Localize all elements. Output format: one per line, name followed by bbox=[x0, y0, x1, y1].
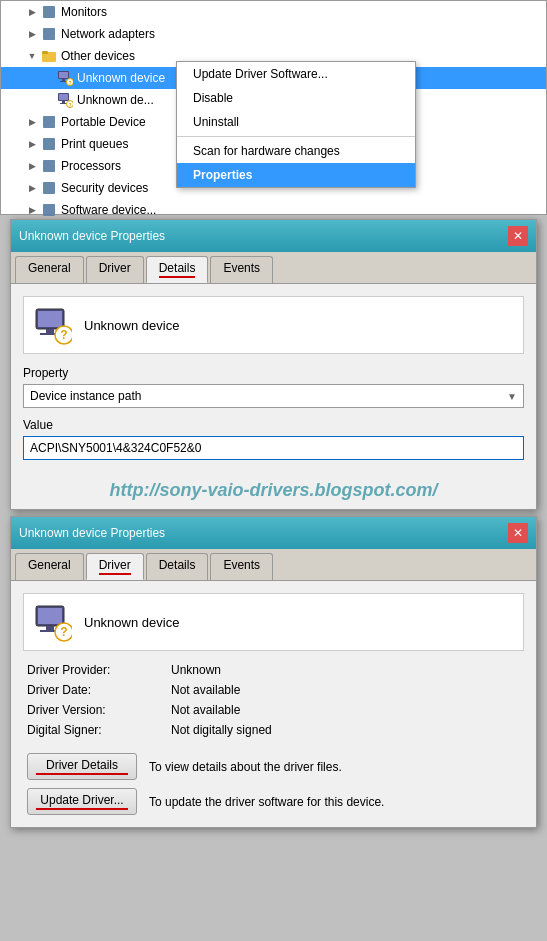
dialog2-titlebar: Unknown device Properties ✕ bbox=[11, 517, 536, 549]
tab-events[interactable]: Events bbox=[210, 256, 273, 283]
driver-details-button[interactable]: Driver Details bbox=[27, 753, 137, 780]
dialog2-title: Unknown device Properties bbox=[19, 526, 165, 540]
svg-rect-29 bbox=[46, 626, 54, 630]
expand-icon bbox=[41, 71, 55, 85]
driver-buttons: Driver DetailsTo view details about the … bbox=[23, 753, 524, 815]
tab-active-indicator bbox=[99, 573, 131, 575]
svg-rect-7 bbox=[60, 81, 67, 82]
svg-rect-22 bbox=[38, 311, 62, 327]
dialog-driver: Unknown device Properties ✕ GeneralDrive… bbox=[10, 516, 537, 828]
svg-rect-1 bbox=[43, 28, 55, 40]
dialog-titlebar: Unknown device Properties ✕ bbox=[11, 220, 536, 252]
button-label: Driver Details bbox=[46, 758, 118, 772]
driver-info-label: Digital Signer: bbox=[27, 723, 167, 737]
driver-info-value: Not available bbox=[171, 703, 520, 717]
tab-label: General bbox=[28, 558, 71, 572]
tree-item-label: Processors bbox=[61, 159, 121, 173]
driver-info-value: Not digitally signed bbox=[171, 723, 520, 737]
svg-rect-0 bbox=[43, 6, 55, 18]
tab-general[interactable]: General bbox=[15, 256, 84, 283]
tree-item-label: Monitors bbox=[61, 5, 107, 19]
menu-item-update-driver[interactable]: Update Driver Software... bbox=[177, 62, 415, 86]
driver-info-label: Driver Version: bbox=[27, 703, 167, 717]
processor-icon bbox=[41, 158, 57, 174]
watermark: http://sony-vaio-drivers.blogspot.com/ bbox=[11, 472, 536, 509]
svg-rect-18 bbox=[43, 160, 55, 172]
expand-icon: ▶ bbox=[25, 137, 39, 151]
menu-item-scan[interactable]: Scan for hardware changes bbox=[177, 139, 415, 163]
svg-text:?: ? bbox=[68, 80, 71, 86]
driver-button-row: Update Driver...To update the driver sof… bbox=[27, 788, 520, 815]
tab-details[interactable]: Details bbox=[146, 256, 209, 283]
svg-rect-13 bbox=[60, 103, 67, 104]
close-icon: ✕ bbox=[513, 229, 523, 243]
close-icon: ✕ bbox=[513, 526, 523, 540]
svg-rect-28 bbox=[38, 608, 62, 624]
device-name: Unknown device bbox=[84, 318, 179, 333]
tab-label: Details bbox=[159, 261, 196, 275]
driver-button-row: Driver DetailsTo view details about the … bbox=[27, 753, 520, 780]
tab-label: Details bbox=[159, 558, 196, 572]
button-description: To view details about the driver files. bbox=[149, 760, 342, 774]
dialog2-content: ? Unknown device Driver Provider:Unknown… bbox=[11, 581, 536, 827]
button-description: To update the driver software for this d… bbox=[149, 795, 384, 809]
svg-rect-12 bbox=[62, 101, 65, 103]
button-underline bbox=[36, 808, 128, 810]
svg-rect-3 bbox=[42, 51, 48, 54]
dialog2-close-button[interactable]: ✕ bbox=[508, 523, 528, 543]
portable-icon bbox=[41, 114, 57, 130]
property-label: Property bbox=[23, 366, 524, 380]
expand-icon: ▶ bbox=[25, 115, 39, 129]
tab-events[interactable]: Events bbox=[210, 553, 273, 580]
tree-item-network-adapters[interactable]: ▶ Network adapters bbox=[1, 23, 546, 45]
menu-item-properties[interactable]: Properties bbox=[177, 163, 415, 187]
tab-driver[interactable]: Driver bbox=[86, 553, 144, 580]
button-label: Update Driver... bbox=[40, 793, 123, 807]
dialog2-tabs: GeneralDriverDetailsEvents bbox=[11, 549, 536, 581]
svg-rect-17 bbox=[43, 138, 55, 150]
tree-item-monitors[interactable]: ▶ Monitors bbox=[1, 1, 546, 23]
tree-item-label: Portable Device bbox=[61, 115, 146, 129]
tab-label: Events bbox=[223, 558, 260, 572]
context-menu: Update Driver Software...DisableUninstal… bbox=[176, 61, 416, 188]
tree-item-label: Security devices bbox=[61, 181, 148, 195]
folder-icon bbox=[41, 48, 57, 64]
property-dropdown[interactable]: Device instance path ▼ bbox=[23, 384, 524, 408]
svg-rect-11 bbox=[59, 94, 68, 100]
device-icon-large: ? bbox=[32, 305, 72, 345]
driver-info-label: Driver Date: bbox=[27, 683, 167, 697]
property-value: Device instance path bbox=[30, 389, 141, 403]
driver-info-value: Not available bbox=[171, 683, 520, 697]
tree-item-software-device[interactable]: ▶ Software device... bbox=[1, 199, 546, 221]
value-label: Value bbox=[23, 418, 524, 432]
svg-text:?: ? bbox=[60, 625, 67, 639]
device-manager-tree: ▶ Monitors▶ Network adapters▼ Other devi… bbox=[0, 0, 547, 215]
menu-item-disable[interactable]: Disable bbox=[177, 86, 415, 110]
dropdown-arrow-icon: ▼ bbox=[507, 391, 517, 402]
tab-label: Driver bbox=[99, 558, 131, 572]
software-icon bbox=[41, 202, 57, 218]
unknown-device-icon: ? bbox=[57, 92, 73, 108]
tab-details[interactable]: Details bbox=[146, 553, 209, 580]
tree-item-label: Other devices bbox=[61, 49, 135, 63]
close-button[interactable]: ✕ bbox=[508, 226, 528, 246]
svg-rect-6 bbox=[62, 79, 65, 81]
tree-item-label: Unknown device bbox=[77, 71, 165, 85]
tab-active-indicator bbox=[159, 276, 196, 278]
value-field[interactable]: ACPI\SNY5001\4&324C0F52&0 bbox=[23, 436, 524, 460]
svg-rect-23 bbox=[46, 329, 54, 333]
device2-icon-large: ? bbox=[32, 602, 72, 642]
menu-item-uninstall[interactable]: Uninstall bbox=[177, 110, 415, 134]
tree-item-label: Print queues bbox=[61, 137, 128, 151]
dialog-content: ? Unknown device Property Device instanc… bbox=[11, 284, 536, 472]
monitor-icon bbox=[41, 4, 57, 20]
svg-rect-20 bbox=[43, 204, 55, 216]
tab-label: General bbox=[28, 261, 71, 275]
tab-general[interactable]: General bbox=[15, 553, 84, 580]
update-driver-button[interactable]: Update Driver... bbox=[27, 788, 137, 815]
dialog-details: Unknown device Properties ✕ GeneralDrive… bbox=[10, 219, 537, 510]
tab-driver[interactable]: Driver bbox=[86, 256, 144, 283]
device2-header: ? Unknown device bbox=[23, 593, 524, 651]
print-icon bbox=[41, 136, 57, 152]
svg-text:?: ? bbox=[68, 102, 71, 108]
